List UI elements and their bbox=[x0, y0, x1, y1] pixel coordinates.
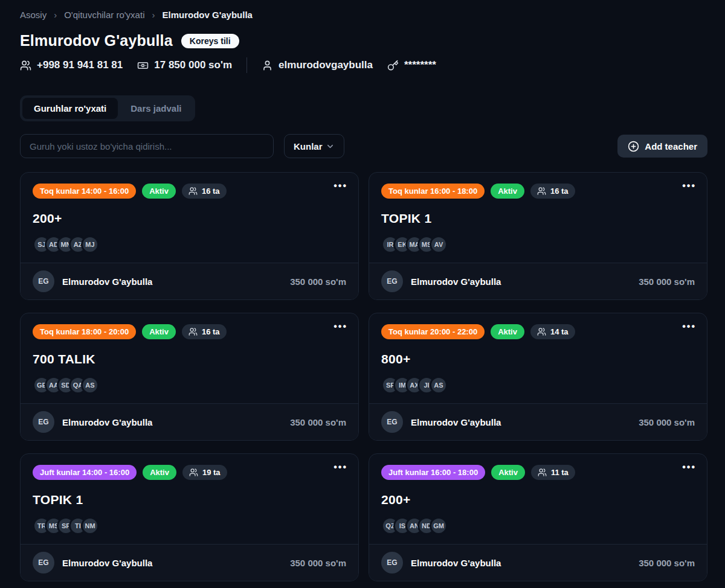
group-title: TOPIK 1 bbox=[381, 211, 695, 226]
teacher-info-row: +998 91 941 81 81 17 850 000 so'm elmuro… bbox=[20, 57, 707, 73]
students-count-label: 16 ta bbox=[550, 187, 569, 196]
student-avatar: MJ bbox=[81, 235, 99, 254]
teacher-name: Elmurodov G'aybulla bbox=[411, 417, 501, 427]
group-card-body: Juft kunlar 14:00 - 16:00 Aktiv 19 ta ••… bbox=[21, 454, 358, 544]
badge-row: Toq kunlar 16:00 - 18:00 Aktiv 16 ta bbox=[381, 184, 695, 199]
chevron-down-icon bbox=[326, 142, 335, 151]
status-badge: Aktiv bbox=[142, 184, 176, 199]
student-avatars: SJADMNAZMJ bbox=[33, 235, 346, 254]
badge-row: Toq kunlar 14:00 - 16:00 Aktiv 16 ta bbox=[33, 184, 346, 199]
student-avatars: TRMSSFTINM bbox=[33, 517, 346, 535]
student-avatar: NM bbox=[81, 517, 99, 535]
group-price: 350 000 so'm bbox=[290, 276, 346, 287]
banknote-icon bbox=[137, 60, 149, 71]
users-icon bbox=[537, 327, 546, 336]
student-avatar: AV bbox=[430, 235, 448, 254]
students-count-badge: 19 ta bbox=[182, 465, 227, 480]
group-title: 200+ bbox=[33, 211, 346, 226]
group-card-body: Toq kunlar 14:00 - 16:00 Aktiv 16 ta •••… bbox=[21, 173, 358, 263]
badge-row: Juft kunlar 16:00 - 18:00 Aktiv 11 ta bbox=[381, 465, 695, 480]
teacher-avatar: EG bbox=[381, 552, 403, 574]
more-menu-button[interactable]: ••• bbox=[682, 321, 696, 332]
students-count-badge: 16 ta bbox=[530, 184, 575, 199]
students-count-label: 14 ta bbox=[550, 327, 569, 336]
group-card[interactable]: Toq kunlar 16:00 - 18:00 Aktiv 16 ta •••… bbox=[369, 172, 707, 300]
status-badge: Aktiv bbox=[491, 184, 524, 199]
teacher-avatar: EG bbox=[381, 270, 403, 292]
breadcrumb-teachers-list[interactable]: O'qituvchilar ro'yxati bbox=[64, 10, 144, 20]
group-price: 350 000 so'm bbox=[639, 417, 695, 427]
users-icon bbox=[188, 187, 198, 196]
teacher-avatar: EG bbox=[33, 270, 54, 292]
breadcrumb-current: Elmurodov G'aybulla bbox=[162, 10, 252, 20]
more-menu-button[interactable]: ••• bbox=[682, 462, 696, 473]
breadcrumb-separator-icon: › bbox=[54, 10, 57, 20]
key-icon bbox=[387, 60, 399, 71]
student-avatars: QZISANNDGM bbox=[381, 517, 695, 535]
subject-badge: Koreys tili bbox=[181, 34, 239, 48]
users-icon bbox=[189, 468, 198, 477]
days-filter-label: Kunlar bbox=[294, 141, 323, 152]
balance-value: 17 850 000 so'm bbox=[154, 59, 232, 71]
breadcrumb-home[interactable]: Asosiy bbox=[20, 10, 47, 20]
student-avatars: GEAASDQAAS bbox=[33, 376, 346, 394]
password-value: ******** bbox=[404, 59, 436, 71]
breadcrumb: Asosiy › O'qituvchilar ro'yxati › Elmuro… bbox=[20, 10, 707, 20]
group-title: 700 TALIK bbox=[33, 352, 346, 366]
students-count-label: 19 ta bbox=[202, 468, 221, 477]
users-icon bbox=[537, 187, 546, 196]
students-count-label: 16 ta bbox=[202, 187, 220, 196]
username-info: elmurodovgaybulla bbox=[262, 59, 373, 71]
title-row: Elmurodov G'aybulla Koreys tili bbox=[20, 32, 707, 50]
student-avatar: AS bbox=[430, 376, 448, 394]
teacher-name: Elmurodov G'aybulla bbox=[62, 558, 152, 568]
status-badge: Aktiv bbox=[491, 324, 524, 339]
group-card[interactable]: Toq kunlar 18:00 - 20:00 Aktiv 16 ta •••… bbox=[20, 313, 359, 441]
group-card-footer: EG Elmurodov G'aybulla 350 000 so'm bbox=[21, 403, 358, 440]
teacher-name: Elmurodov G'aybulla bbox=[411, 276, 501, 287]
breadcrumb-separator-icon: › bbox=[152, 10, 155, 20]
groups-grid: Toq kunlar 14:00 - 16:00 Aktiv 16 ta •••… bbox=[20, 172, 707, 581]
users-icon bbox=[538, 468, 547, 477]
phone-info: +998 91 941 81 81 bbox=[20, 59, 123, 71]
more-menu-button[interactable]: ••• bbox=[334, 181, 347, 191]
badge-row: Toq kunlar 20:00 - 22:00 Aktiv 14 ta bbox=[381, 324, 695, 339]
group-card[interactable]: Juft kunlar 16:00 - 18:00 Aktiv 11 ta ••… bbox=[369, 453, 707, 581]
group-price: 350 000 so'm bbox=[639, 558, 695, 568]
group-card-body: Toq kunlar 18:00 - 20:00 Aktiv 16 ta •••… bbox=[21, 313, 358, 403]
days-filter-dropdown[interactable]: Kunlar bbox=[284, 134, 344, 158]
username-value: elmurodovgaybulla bbox=[279, 59, 373, 71]
group-card-footer: EG Elmurodov G'aybulla 350 000 so'm bbox=[21, 544, 358, 581]
more-menu-button[interactable]: ••• bbox=[334, 321, 347, 332]
student-avatar: GM bbox=[430, 517, 448, 535]
students-count-label: 11 ta bbox=[551, 468, 569, 477]
schedule-badge: Toq kunlar 20:00 - 22:00 bbox=[381, 324, 485, 339]
schedule-badge: Toq kunlar 14:00 - 16:00 bbox=[33, 184, 136, 199]
phone-value: +998 91 941 81 81 bbox=[37, 59, 123, 71]
search-input[interactable] bbox=[20, 134, 274, 158]
more-menu-button[interactable]: ••• bbox=[334, 462, 347, 473]
student-avatar: AS bbox=[81, 376, 99, 394]
user-icon bbox=[262, 60, 273, 71]
group-card-footer: EG Elmurodov G'aybulla 350 000 so'm bbox=[369, 544, 707, 581]
tab-lesson-schedule[interactable]: Dars jadvali bbox=[119, 98, 193, 119]
teacher-avatar: EG bbox=[381, 411, 403, 433]
student-avatars: IREKMAMSAV bbox=[381, 235, 695, 254]
students-count-badge: 11 ta bbox=[531, 465, 575, 480]
balance-info: 17 850 000 so'm bbox=[137, 59, 232, 71]
group-price: 350 000 so'm bbox=[290, 417, 346, 427]
users-icon bbox=[20, 60, 31, 71]
add-teacher-button[interactable]: Add teacher bbox=[617, 135, 707, 158]
schedule-badge: Toq kunlar 18:00 - 20:00 bbox=[33, 324, 136, 339]
group-card[interactable]: Juft kunlar 14:00 - 16:00 Aktiv 19 ta ••… bbox=[20, 453, 359, 581]
students-count-badge: 14 ta bbox=[530, 324, 575, 339]
group-card-body: Toq kunlar 20:00 - 22:00 Aktiv 14 ta •••… bbox=[369, 313, 707, 403]
group-title: 200+ bbox=[381, 493, 695, 507]
group-card[interactable]: Toq kunlar 20:00 - 22:00 Aktiv 14 ta •••… bbox=[369, 313, 707, 441]
tab-groups-list[interactable]: Guruhlar ro'yxati bbox=[22, 98, 118, 119]
group-card-footer: EG Elmurodov G'aybulla 350 000 so'm bbox=[21, 263, 358, 299]
badge-row: Juft kunlar 14:00 - 16:00 Aktiv 19 ta bbox=[33, 465, 346, 480]
more-menu-button[interactable]: ••• bbox=[682, 181, 696, 191]
tab-bar: Guruhlar ro'yxati Dars jadvali bbox=[20, 95, 195, 121]
group-card[interactable]: Toq kunlar 14:00 - 16:00 Aktiv 16 ta •••… bbox=[20, 172, 359, 300]
